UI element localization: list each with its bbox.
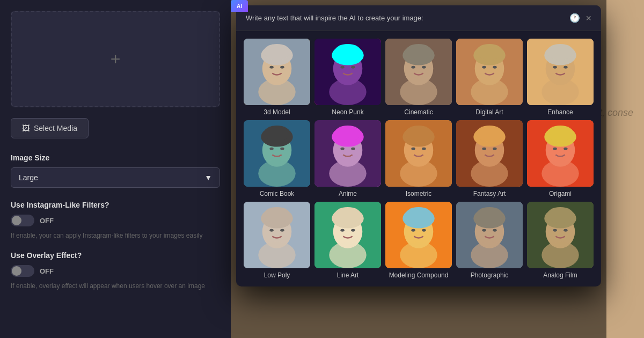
ai-badge: AI (231, 0, 248, 12)
svg-point-25 (482, 66, 486, 69)
style-thumb-origami (527, 120, 594, 187)
svg-point-75 (280, 229, 284, 232)
svg-point-18 (411, 66, 415, 69)
image-size-dropdown[interactable]: Large ▼ (11, 167, 220, 188)
style-selection-modal: Write any text that will inspire the AI … (236, 5, 601, 286)
svg-point-95 (482, 229, 486, 232)
svg-point-89 (422, 229, 426, 232)
svg-point-45 (334, 126, 361, 142)
sidebar: + 🖼 Select Media Image Size Large ▼ Use … (0, 0, 231, 338)
style-item-neonpunk[interactable]: Neon Punk (314, 39, 381, 116)
svg-point-59 (476, 126, 503, 142)
overlay-toggle-row: OFF (11, 265, 220, 277)
svg-point-33 (564, 66, 567, 69)
style-item-anime[interactable]: Anime (314, 120, 381, 197)
filter-description: If enable, your can apply Instagram-like… (11, 231, 220, 240)
svg-point-32 (553, 66, 557, 69)
style-label-neonpunk: Neon Punk (314, 108, 381, 116)
svg-point-6 (258, 78, 295, 105)
style-item-modelingcompound[interactable]: Modeling Compound (385, 202, 452, 279)
history-icon[interactable]: 🕐 (569, 13, 580, 23)
add-icon: + (111, 49, 121, 69)
svg-point-26 (493, 66, 496, 69)
svg-point-40 (280, 148, 284, 150)
overlay-description: If enable, overlay effect will appear wh… (11, 281, 220, 291)
svg-point-41 (258, 160, 295, 187)
overlay-toggle[interactable] (11, 265, 34, 277)
svg-point-54 (422, 148, 426, 150)
modal-header: Write any text that will inspire the AI … (236, 5, 601, 31)
style-label-anime: Anime (314, 190, 381, 197)
overlay-section-title: Use Overlay Effect? (11, 251, 220, 260)
style-thumb-comicbook (244, 120, 310, 187)
svg-point-101 (547, 207, 574, 223)
svg-point-24 (476, 44, 503, 60)
svg-point-19 (422, 66, 426, 69)
svg-point-94 (476, 207, 503, 223)
filter-section-title: Use Instagram-Like Filters? (11, 201, 220, 209)
svg-point-69 (541, 160, 579, 187)
svg-point-83 (329, 241, 366, 268)
style-item-analogfilm[interactable]: Analog Film (527, 202, 594, 279)
style-label-digitalart: Digital Art (456, 108, 523, 116)
svg-point-4 (269, 66, 273, 69)
style-label-analogfilm: Analog Film (527, 271, 594, 279)
image-size-value: Large (19, 173, 38, 182)
style-label-enhance: Enhance (527, 108, 594, 116)
style-item-origami[interactable]: Origami (527, 120, 594, 197)
filter-toggle-label: OFF (40, 217, 54, 225)
upload-area[interactable]: + (11, 11, 220, 107)
overlay-effect-section: Use Overlay Effect? OFF If enable, overl… (11, 251, 220, 291)
style-thumb-3dmodel (244, 39, 310, 105)
filter-toggle-knob (12, 216, 21, 225)
style-thumb-enhance (527, 39, 594, 105)
style-label-3dmodel: 3d Model (244, 108, 310, 116)
svg-point-10 (334, 44, 361, 60)
image-size-section: Image Size Large ▼ (11, 153, 220, 188)
svg-point-27 (471, 78, 508, 105)
style-thumb-photographic (456, 202, 523, 268)
style-label-cinematic: Cinematic (385, 108, 452, 116)
style-thumb-lowpoly (244, 202, 310, 268)
select-media-label: Select Media (34, 124, 77, 133)
instagram-filter-section: Use Instagram-Like Filters? OFF If enabl… (11, 201, 220, 240)
modal-header-actions: 🕐 × (569, 13, 591, 23)
style-item-isometric[interactable]: Isometric (385, 120, 452, 197)
style-item-comicbook[interactable]: Comic Book (244, 120, 310, 197)
modal-close-button[interactable]: × (586, 13, 591, 23)
svg-point-39 (269, 148, 273, 150)
style-thumb-isometric (385, 120, 452, 187)
svg-point-81 (340, 229, 344, 232)
image-size-title: Image Size (11, 153, 220, 162)
svg-point-11 (340, 66, 344, 69)
style-item-lowpoly[interactable]: Low Poly (244, 202, 310, 279)
style-label-lowpoly: Low Poly (244, 271, 310, 279)
filter-toggle[interactable] (11, 215, 34, 226)
svg-point-96 (493, 229, 496, 232)
style-item-cinematic[interactable]: Cinematic (385, 39, 452, 116)
style-item-3dmodel[interactable]: 3d Model (244, 39, 310, 116)
svg-point-34 (541, 78, 579, 105)
style-label-photographic: Photographic (456, 271, 523, 279)
select-media-button[interactable]: 🖼 Select Media (11, 118, 89, 138)
style-item-digitalart[interactable]: Digital Art (456, 39, 523, 116)
style-label-origami: Origami (527, 190, 594, 197)
svg-point-55 (400, 160, 437, 187)
svg-point-87 (405, 207, 432, 223)
svg-point-103 (564, 229, 567, 232)
style-label-lineart: Line Art (314, 271, 381, 279)
svg-point-20 (400, 78, 437, 105)
svg-point-60 (482, 148, 486, 150)
svg-point-5 (280, 66, 284, 69)
style-thumb-modelingcompound (385, 202, 452, 268)
style-item-photographic[interactable]: Photographic (456, 202, 523, 279)
svg-point-12 (351, 66, 355, 69)
modal-body: 3d Model Neon Punk Cinematic Digital Art (236, 31, 601, 286)
style-item-fantasyart[interactable]: Fantasy Art (456, 120, 523, 197)
style-item-enhance[interactable]: Enhance (527, 39, 594, 116)
style-thumb-anime (314, 120, 381, 187)
modal-header-text: Write any text that will inspire the AI … (246, 14, 423, 22)
style-item-lineart[interactable]: Line Art (314, 202, 381, 279)
svg-point-80 (334, 207, 361, 223)
svg-point-67 (553, 148, 557, 150)
